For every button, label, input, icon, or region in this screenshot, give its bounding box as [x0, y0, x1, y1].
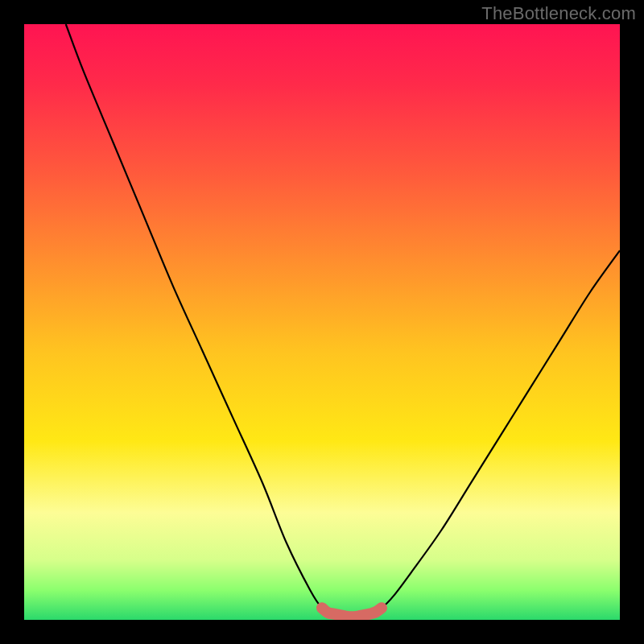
plot-area — [24, 24, 620, 620]
chart-svg — [24, 24, 620, 620]
chart-container: TheBottleneck.com — [0, 0, 644, 644]
watermark-text: TheBottleneck.com — [481, 3, 636, 24]
gradient-background — [24, 24, 620, 620]
